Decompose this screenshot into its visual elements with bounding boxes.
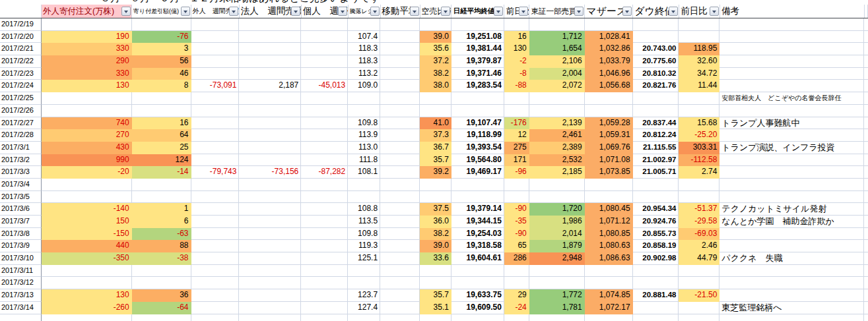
cell-g: 113.5: [348, 216, 380, 228]
cell-k: [504, 179, 529, 191]
cell-b: 330: [42, 68, 132, 80]
cell-n: 21.002.97: [633, 154, 679, 167]
cell-p: テクノカットミサイル発射: [719, 203, 864, 216]
cell-e: [239, 191, 301, 204]
cell-p: [719, 179, 864, 191]
cell-x: [864, 154, 868, 167]
column-header-label: 東証一部売買: [531, 7, 576, 16]
cell-n: [633, 31, 679, 44]
table-row: 2017/2/213303118.335.619,381.441301,6541…: [0, 43, 868, 55]
cell-e: 2,187: [239, 80, 301, 92]
filter-dropdown-icon[interactable]: [370, 7, 380, 16]
cell-e: [239, 252, 301, 265]
cell-b: -260: [42, 302, 132, 314]
cell-l: 1,781: [529, 302, 585, 314]
filter-dropdown-icon[interactable]: [574, 7, 584, 16]
cell-p: なんとか学園 補助金詐欺か: [719, 216, 864, 228]
cell-l: 2,948: [529, 252, 585, 265]
filter-dropdown-icon[interactable]: [494, 7, 503, 16]
cell-x: [864, 228, 868, 241]
filter-dropdown-icon[interactable]: [710, 7, 719, 16]
cell-c: 88: [132, 240, 191, 252]
cell-x: [864, 277, 868, 289]
filter-dropdown-icon[interactable]: [338, 7, 347, 16]
cell-a: 2017/2/24: [0, 80, 42, 92]
cell-p: [719, 265, 864, 277]
cell-m: [585, 191, 633, 204]
filter-dropdown-icon[interactable]: [229, 7, 238, 16]
cell-p: [719, 228, 864, 241]
cell-e: [239, 117, 301, 130]
cell-c: 6: [132, 216, 191, 228]
cell-m: 1,033.79: [585, 55, 633, 68]
cell-o: [679, 105, 719, 117]
column-header-label: 日経平均終値: [453, 7, 494, 16]
cell-b: [42, 105, 132, 117]
cell-f: [301, 277, 348, 289]
cell-c: [132, 179, 191, 191]
cell-k: -90: [504, 228, 529, 241]
top-partial-row: ３月 ６月 ９月 １２月末相場はあれるとこ見多いようです: [0, 0, 868, 5]
cell-x: [864, 80, 868, 92]
cell-a: 2017/2/21: [0, 43, 42, 55]
cell-l: [529, 92, 585, 105]
cell-b: 190: [42, 31, 132, 44]
cell-i: 33.6: [420, 252, 451, 265]
cell-o: -25.20: [679, 129, 719, 142]
cell-x: [864, 92, 868, 105]
filter-dropdown-icon[interactable]: [410, 7, 419, 16]
cell-g: 113.2: [348, 68, 380, 80]
cell-c: 124: [132, 154, 191, 167]
cell-j: 19,381.44: [451, 43, 504, 55]
cell-d: [191, 203, 240, 216]
cell-a: 2017/2/19: [0, 18, 42, 31]
filter-dropdown-icon[interactable]: [519, 7, 528, 16]
cell-a: 2017/2/20: [0, 31, 42, 44]
cell-g: 109.0: [348, 80, 380, 92]
cell-k: -176: [504, 117, 529, 130]
cell-j: 19,379.87: [451, 55, 504, 68]
cell-k: -8: [504, 68, 529, 80]
cell-f: [301, 302, 348, 314]
cell-c: [132, 277, 191, 289]
cell-o: [679, 265, 719, 277]
filter-dropdown-icon[interactable]: [291, 7, 300, 16]
cell-m: [585, 179, 633, 191]
cell-e: [239, 68, 301, 80]
cell-h: [380, 43, 420, 55]
cell-e: [239, 18, 301, 31]
filter-dropdown-icon[interactable]: [181, 7, 190, 16]
cell-j: [451, 265, 504, 277]
cell-d: [191, 289, 240, 302]
cell-o: 11.44: [679, 80, 719, 92]
cell-e: [239, 31, 301, 44]
cell-o: 15.68: [679, 117, 719, 130]
cell-c: 8: [132, 80, 191, 92]
column-header-x: [865, 5, 868, 18]
cell-x: [864, 105, 868, 117]
cell-b: 330: [42, 43, 132, 55]
table-row: 2017/2/26: [0, 105, 868, 117]
cell-h: [380, 191, 420, 204]
cell-o: [679, 18, 719, 31]
column-header-l: 東証一部売買: [529, 5, 585, 18]
cell-k: 16: [504, 31, 529, 44]
cell-i: 35.7: [420, 289, 451, 302]
cell-e: [239, 203, 301, 216]
cell-f: [301, 105, 348, 117]
cell-b: 130: [42, 289, 132, 302]
filter-dropdown-icon[interactable]: [441, 7, 450, 16]
cell-j: [451, 314, 504, 321]
cell-m: 1,059.31: [585, 129, 633, 142]
cell-b: -350: [42, 252, 132, 265]
cell-e: [239, 314, 301, 321]
cell-x: [864, 68, 868, 80]
cell-x: [864, 129, 868, 142]
filter-dropdown-icon[interactable]: [622, 7, 632, 16]
cell-k: -2: [504, 55, 529, 68]
cell-h: [380, 216, 420, 228]
filter-dropdown-icon[interactable]: [669, 7, 678, 16]
cell-e: [239, 92, 301, 105]
filter-dropdown-icon[interactable]: [121, 7, 131, 16]
cell-o: [679, 314, 719, 321]
